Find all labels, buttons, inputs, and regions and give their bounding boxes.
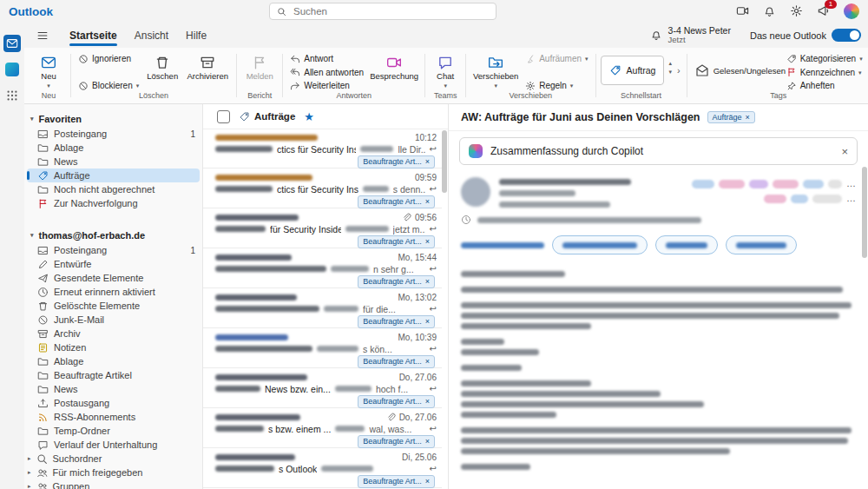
tag-remove-icon[interactable]: × [425,197,430,207]
ribbon-button-archivieren[interactable]: Archivieren [183,51,232,91]
sidebar-item-ablage[interactable]: Ablage [24,354,202,368]
tag-remove-icon[interactable]: × [425,277,430,287]
mail-list-item[interactable]: Mo, 15:44n sehr g...↩Beauftragte Art...× [203,248,442,288]
sidebar-item-rss-abonnements[interactable]: RSS-Abonnements [24,410,202,424]
suggested-reply-button[interactable] [655,235,718,254]
new-outlook-toggle[interactable] [832,29,861,42]
tag-remove-icon[interactable]: × [425,357,430,367]
more-apps-button[interactable] [3,87,21,104]
mail-list-item[interactable]: Mo, 13:02für die...↩Beauftragte Art...× [203,288,442,328]
ribbon-group-body: AntwortAllen antwortenWeiterleitenBespre… [287,51,420,91]
ribbon-button-chat[interactable]: Chat▾ [430,51,461,91]
copilot-summary-card[interactable]: Zusammenfassung durch Copilot × [459,137,858,165]
ribbon-button-gelesen-ungelesen[interactable]: Gelesen/Ungelesen [692,58,782,83]
app-shortcut-button[interactable] [5,63,19,76]
sidebar-item-archiv[interactable]: Archiv [24,327,202,340]
favorite-star-icon[interactable]: ★ [304,110,314,123]
ribbon-button-blockieren[interactable]: Blockieren▾ [76,80,141,91]
ribbon-button-neu[interactable]: Neu▾ [31,51,66,91]
ribbon-button-weiterleiten[interactable]: Weiterleiten [287,80,366,91]
tag-icon [786,54,797,64]
search-box[interactable] [269,3,496,20]
hamburger-menu-button[interactable] [36,30,49,42]
sidebar-item-notizen[interactable]: Notizen [24,340,202,354]
mail-list-item[interactable]: 10:12ctics für Security Ins...lle Dir...… [203,129,442,169]
ribbon-overflow-chevron[interactable]: › [677,65,681,76]
notification-toast[interactable]: 3-4 News Peter Jetzt [650,25,731,45]
sidebar-item-beauftragte-artikel[interactable]: Beauftragte Artikel [24,368,202,382]
sidebar-item-ablage[interactable]: Ablage [24,141,202,155]
suggested-reply-button[interactable] [726,235,797,254]
tag-label: Beauftragte Art... [363,237,422,247]
mail-list-item[interactable]: Do, 27.06s bzw. einem ...wal, was...↩Bea… [203,408,442,448]
search-input[interactable] [292,5,489,17]
sidebar-item-posteingang[interactable]: Posteingang1 [24,127,202,141]
tag-remove-icon[interactable]: × [425,157,430,167]
sidebar-item-junk-e-mail[interactable]: Junk-E-Mail [24,313,202,327]
select-all-checkbox[interactable] [217,110,230,123]
mail-module-button[interactable] [3,35,21,52]
notifications-button[interactable] [763,4,777,18]
mail-list-item[interactable]: Mo, 10:39s kön...↩Beauftragte Art...× [203,328,442,368]
more-options-icon[interactable]: … [846,194,856,203]
ribbon-button-besprechung[interactable]: Besprechung [368,51,420,91]
mail-list-item[interactable]: 09:56für Security Insiderjetzt m...↩Beau… [203,208,442,248]
sidebar-item-temp-ordner[interactable]: Temp-Ordner [24,424,202,438]
tag-remove-icon[interactable]: × [425,317,430,327]
meet-now-button[interactable] [736,4,750,18]
sidebar-item-auftr-ge[interactable]: Aufträge [27,169,200,182]
ribbon-button-ignorieren[interactable]: Ignorieren [76,53,141,64]
sidebar-item-gruppen[interactable]: ▸Gruppen [24,479,202,489]
tab-hilfe[interactable]: Hilfe [177,26,215,45]
folder-section-thomas-hof-erbach-de[interactable]: ▾thomas@hof-erbach.de [24,228,202,243]
settings-button[interactable] [790,4,804,18]
tag-remove-icon[interactable]: × [746,113,750,122]
tab-startseite[interactable]: Startseite [61,26,126,45]
tag-remove-icon[interactable]: × [425,477,430,486]
tag-remove-icon[interactable]: × [425,237,430,247]
profile-avatar[interactable] [844,3,859,19]
ribbon-button-l-schen[interactable]: Löschen [143,51,181,91]
sidebar-item-gel-schte-elemente[interactable]: Gelöschte Elemente [24,299,202,313]
quickstep-combobox[interactable]: Auftrag [601,56,665,85]
sidebar-item-f-r-mich-freigegeben[interactable]: ▸Für mich freigegeben [24,466,202,479]
sidebar-item-entw-rfe[interactable]: Entwürfe [24,257,202,271]
ribbon-button-aufr-umen[interactable]: Aufräumen▾ [523,53,590,64]
folder-section-favoriten[interactable]: ▾Favoriten [24,111,202,127]
ribbon-separator [687,54,687,97]
sidebar-item-news[interactable]: News [24,382,202,396]
sidebar-item-news[interactable]: News [24,155,202,169]
gallery-down-icon[interactable]: ▾ [668,69,672,75]
ribbon-button-kategorisieren[interactable]: Kategorisieren▾ [784,53,865,64]
sidebar-item-noch-nicht-abgerechnet[interactable]: Noch nicht abgerechnet [24,182,202,196]
gallery-up-icon[interactable]: ▴ [668,60,672,66]
copilot-close-icon[interactable]: × [841,145,848,158]
ribbon-stack: IgnorierenBlockieren▾ [76,51,141,93]
ribbon-button-anheften[interactable]: Anheften [784,80,865,91]
mail-list-item[interactable]: Di, 25.06s Outlook↩Beauftragte Art...× [203,448,442,488]
sidebar-item-postausgang[interactable]: Postausgang [24,396,202,410]
ribbon-button-regeln[interactable]: Regeln▾ [523,80,590,91]
outlook-window: Outlook 1 Startseite Ansicht Hilfe [0,0,868,489]
announcements-button[interactable]: 1 [817,4,831,18]
sidebar-item-zur-nachverfolgung[interactable]: Zur Nachverfolgung [24,196,202,210]
ribbon-button-verschieben[interactable]: Verschieben▾ [470,51,521,91]
suggested-reply-button[interactable] [552,235,648,254]
sidebar-item-gesendete-elemente[interactable]: Gesendete Elemente [24,271,202,285]
ribbon-button-allen-antworten[interactable]: Allen antworten [287,67,366,78]
sidebar-item-erneut-erinnern-aktiviert[interactable]: Erneut erinnern aktiviert [24,285,202,299]
reading-scrollbar[interactable] [862,167,867,258]
list-scrollbar[interactable] [442,130,447,193]
ribbon-button-antwort[interactable]: Antwort [287,53,366,64]
mail-list-item[interactable]: Do, 27.06News bzw. ein...hoch f...↩Beauf… [203,368,442,408]
sidebar-item-verlauf-der-unterhaltung[interactable]: Verlauf der Unterhaltung [24,438,202,452]
ribbon-button-kennzeichnen[interactable]: Kennzeichnen▾ [784,67,865,78]
mail-list-item[interactable]: 09:59ctics für Security Ins...s denn...↩… [203,169,442,208]
tab-ansicht[interactable]: Ansicht [126,26,177,45]
sidebar-item-suchordner[interactable]: ▸Suchordner [24,452,202,466]
tag-remove-icon[interactable]: × [425,437,430,446]
more-options-icon[interactable]: … [846,179,856,188]
tag-remove-icon[interactable]: × [425,397,430,406]
sidebar-item-posteingang[interactable]: Posteingang1 [24,243,202,257]
ribbon-button-melden[interactable]: Melden [241,51,278,91]
